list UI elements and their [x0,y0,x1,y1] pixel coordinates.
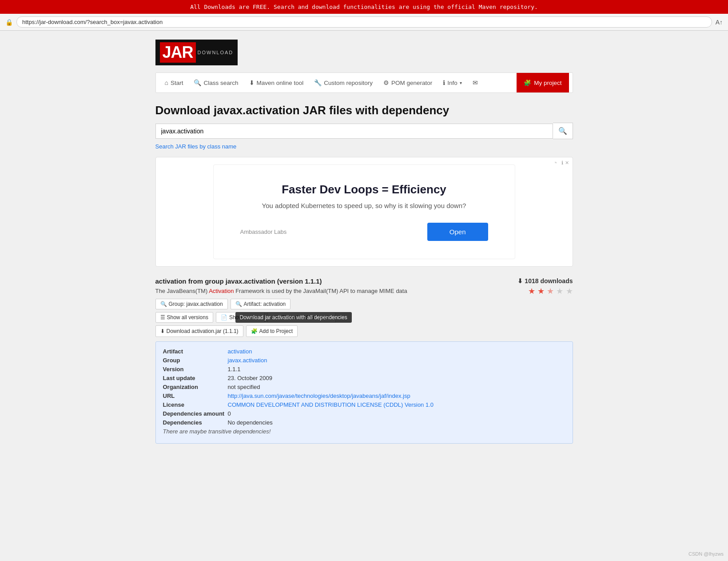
info-dep-amount-val: 0 [228,410,231,417]
download-icon-small: ⬇ [517,277,523,285]
download-jar-icon: ⬇ [160,328,165,334]
url-bar[interactable]: https://jar-download.com/?search_box=jav… [16,16,712,28]
ad-controls[interactable]: ᭶ ℹ ✕ [555,160,569,166]
nav-custom-repo-label: Custom repository [324,80,373,86]
info-version-label: Version [163,366,225,373]
tag-buttons-row: 🔍 Group: javax.activation 🔍 Artifact: ac… [155,299,573,309]
info-dep-val: No dependencies [228,419,273,426]
info-license-row: License COMMON DEVELOPMENT AND DISTRIBUT… [163,401,565,408]
top-announcement-bar: All Downloads are FREE. Search and downl… [0,0,728,14]
nav-start[interactable]: ⌂ Start [159,73,189,92]
class-search-link[interactable]: Search JAR files by class name [155,143,237,150]
info-dep-amount-row: Dependencies amount 0 [163,410,565,417]
nav-class-search[interactable]: 🔍 Class search [188,73,243,92]
info-org-row: Organization not specified [163,384,565,390]
nav-email[interactable]: ✉ [467,73,483,92]
nav-info[interactable]: ℹ Info ▾ [438,73,467,92]
info-dep-label: Dependencies [163,419,225,426]
logo-box[interactable]: JAR DOWNLOAD [155,40,238,65]
home-icon: ⌂ [165,79,168,86]
gear-icon: ⚙ [383,79,389,86]
ad-settings-icon[interactable]: ᭶ [555,160,560,166]
info-url-label: URL [163,393,225,399]
info-license-label: License [163,401,225,408]
ad-headline: Faster Dev Loops = Efficiency [240,183,488,196]
search-row: 🔍 [155,123,573,139]
star-5: ★ [566,287,573,296]
result-desc-link[interactable]: Activation [209,288,234,294]
info-group-link[interactable]: javax.activation [228,357,267,364]
info-icon: ℹ [443,79,445,86]
download-row: ⬇ Download activation.jar (1.1.1) 🧩 Add … [155,325,573,337]
star-4: ★ [556,287,563,296]
nav-pom-generator[interactable]: ⚙ POM generator [378,73,438,92]
ad-close-icon[interactable]: ✕ [565,160,569,166]
main-nav: ⌂ Start 🔍 Class search ⬇ Maven online to… [155,72,573,93]
nav-info-label: Info [447,80,457,86]
info-lastupdate-label: Last update [163,375,225,381]
info-artifact-label: Artifact [163,348,225,355]
action-buttons-row: ☰ Show all versions 📄 Show source </> Sh… [155,312,573,323]
logo-jar: JAR [160,42,196,63]
info-url-link[interactable]: http://java.sun.com/javase/technologies/… [228,393,410,399]
info-note: There are maybe transitive dependencies! [163,428,271,435]
nav-myproject[interactable]: 🧩 My project [517,73,569,92]
artifact-button[interactable]: 🔍 Artifact: activation [231,299,291,309]
add-icon: 🧩 [251,328,258,334]
source-icon: 📄 [221,314,227,321]
info-license-link[interactable]: COMMON DEVELOPMENT AND DISTRIBUTION LICE… [228,401,434,408]
info-box: Artifact activation Group javax.activati… [155,341,573,444]
download-count: ⬇ 1018 downloads [517,277,573,285]
list-icon: ☰ [160,314,165,321]
logo-area: JAR DOWNLOAD [155,40,573,65]
info-dep-amount-label: Dependencies amount [163,410,225,417]
info-dep-row: Dependencies No dependencies [163,419,565,426]
result-section: ⬇ 1018 downloads ★ ★ ★ ★ ★ activation fr… [155,277,573,444]
info-artifact-row: Artifact activation [163,348,565,355]
search-input[interactable] [155,124,553,139]
download-info: ⬇ 1018 downloads ★ ★ ★ ★ ★ [517,277,573,296]
show-versions-button[interactable]: ☰ Show all versions [155,312,213,323]
ad-inner: Faster Dev Loops = Efficiency You adopte… [213,164,515,259]
star-2: ★ [537,287,545,296]
result-title: activation from group javax.activation (… [155,277,573,285]
star-1: ★ [528,287,535,296]
a11y-icon: A↑ [716,19,723,26]
search-button[interactable]: 🔍 [553,123,573,139]
puzzle-icon: 🧩 [524,79,531,86]
info-lastupdate-row: Last update 23. October 2009 [163,375,565,381]
info-org-label: Organization [163,384,225,390]
group-button[interactable]: 🔍 Group: javax.activation [155,299,228,309]
info-note-row: There are maybe transitive dependencies! [163,428,565,435]
announcement-text: All Downloads are FREE. Search and downl… [190,4,538,10]
search-icon: 🔍 [194,79,201,86]
result-header: ⬇ 1018 downloads ★ ★ ★ ★ ★ activation fr… [155,277,573,299]
page-title: Download javax.activation JAR files with… [155,104,573,117]
ad-open-button[interactable]: Open [427,223,488,241]
nav-class-search-label: Class search [203,80,238,86]
ad-subtext: You adopted Kubernetes to speed up, so w… [240,202,488,209]
info-url-val: http://java.sun.com/javase/technologies/… [228,393,410,399]
nav-pom-label: POM generator [391,80,432,86]
add-to-project-button[interactable]: 🧩 Add to Project [246,325,298,337]
info-license-val: COMMON DEVELOPMENT AND DISTRIBUTION LICE… [228,401,434,408]
download-jar-button[interactable]: ⬇ Download activation.jar (1.1.1) [155,325,243,337]
chevron-down-icon: ▾ [460,80,462,85]
ad-info-icon[interactable]: ℹ [561,160,563,166]
result-desc-plain: The JavaBeans(TM) [155,288,209,294]
ad-footer: Ambassador Labs Open [240,223,488,241]
nav-maven-label: Maven online tool [257,80,304,86]
tooltip-box: Download jar activation with all depende… [235,312,352,323]
nav-maven-online-tool[interactable]: ⬇ Maven online tool [244,73,309,92]
lock-icon: 🔒 [5,19,13,26]
info-artifact-link[interactable]: activation [228,348,252,355]
ad-brand: Ambassador Labs [240,228,287,235]
download-icon: ⬇ [249,79,255,86]
info-url-row: URL http://java.sun.com/javase/technolog… [163,393,565,399]
info-org-val: not specified [228,384,260,390]
logo-download: DOWNLOAD [198,50,234,55]
search-icon-artifact: 🔍 [235,301,242,307]
envelope-icon: ✉ [473,79,478,86]
search-icon-sm: 🔍 [160,301,167,307]
nav-custom-repository[interactable]: 🔧 Custom repository [309,73,378,92]
